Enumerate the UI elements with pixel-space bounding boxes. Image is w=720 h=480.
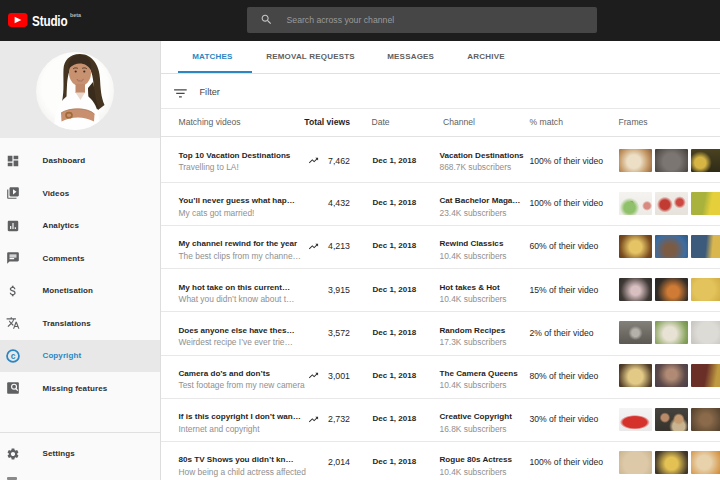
svg-text:c: c bbox=[10, 350, 15, 360]
